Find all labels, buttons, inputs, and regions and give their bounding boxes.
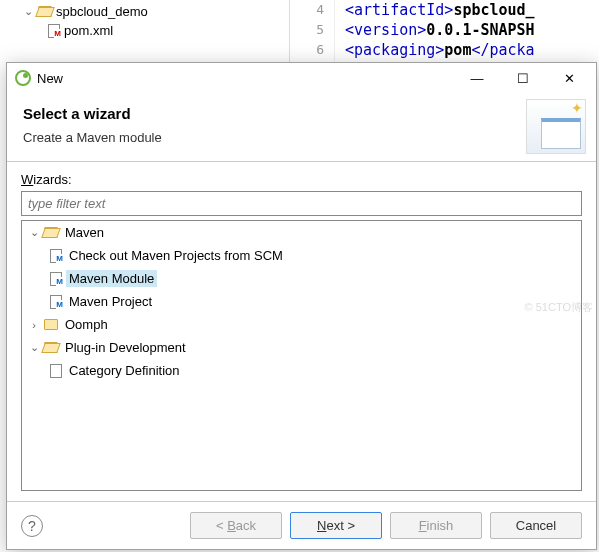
wizard-subheading: Create a Maven module xyxy=(23,130,580,145)
dialog-title: New xyxy=(37,71,63,86)
tree-folder-maven[interactable]: ⌄ Maven xyxy=(22,221,581,244)
folder-open-icon xyxy=(44,227,58,238)
chevron-down-icon: ⌄ xyxy=(28,341,40,354)
help-button[interactable]: ? xyxy=(21,515,43,537)
wizard-tree[interactable]: ⌄ Maven Check out Maven Projects from SC… xyxy=(21,220,582,491)
finish-button[interactable]: Finish xyxy=(390,512,482,539)
filter-text-input[interactable] xyxy=(21,191,582,216)
file-icon xyxy=(50,364,62,378)
tree-item-maven-project[interactable]: Maven Project xyxy=(22,290,581,313)
cancel-button[interactable]: Cancel xyxy=(490,512,582,539)
dialog-footer: ? < Back Next > Finish Cancel xyxy=(7,501,596,549)
code-editor[interactable]: 4 5 6 <artifactId>spbcloud_ <version>0.0… xyxy=(290,0,599,62)
project-name: spbcloud_demo xyxy=(56,4,148,19)
project-root-node[interactable]: ⌄ spbcloud_demo xyxy=(0,2,289,21)
back-button[interactable]: < Back xyxy=(190,512,282,539)
dialog-titlebar[interactable]: New ― ☐ ✕ xyxy=(7,63,596,93)
code-content: <artifactId>spbcloud_ <version>0.0.1-SNA… xyxy=(335,0,535,62)
next-button[interactable]: Next > xyxy=(290,512,382,539)
wizard-banner: Select a wizard Create a Maven module xyxy=(7,93,596,162)
tree-folder-oomph[interactable]: › Oomph xyxy=(22,313,581,336)
folder-open-icon xyxy=(44,342,58,353)
tree-folder-plugin-dev[interactable]: ⌄ Plug-in Development xyxy=(22,336,581,359)
wizard-banner-icon xyxy=(526,99,586,154)
tree-item-category-def[interactable]: Category Definition xyxy=(22,359,581,382)
file-name: pom.xml xyxy=(64,23,113,38)
spring-icon xyxy=(15,70,31,86)
project-file-node[interactable]: pom.xml xyxy=(0,21,289,40)
wizard-heading: Select a wizard xyxy=(23,105,580,122)
tree-item-maven-module[interactable]: Maven Module xyxy=(22,267,581,290)
chevron-right-icon: › xyxy=(28,319,40,331)
xml-file-icon xyxy=(48,24,60,38)
tree-item-checkout-scm[interactable]: Check out Maven Projects from SCM xyxy=(22,244,581,267)
maven-icon xyxy=(50,249,62,263)
wizards-label: Wizards: xyxy=(21,172,582,187)
chevron-down-icon: ⌄ xyxy=(28,226,40,239)
project-explorer[interactable]: ⌄ spbcloud_demo pom.xml xyxy=(0,0,290,62)
maximize-button[interactable]: ☐ xyxy=(500,64,546,92)
minimize-button[interactable]: ― xyxy=(454,64,500,92)
line-gutter: 4 5 6 xyxy=(290,0,335,62)
folder-icon xyxy=(44,319,58,330)
chevron-down-icon: ⌄ xyxy=(22,5,34,18)
close-button[interactable]: ✕ xyxy=(546,64,592,92)
maven-icon xyxy=(50,295,62,309)
folder-open-icon xyxy=(38,6,52,17)
new-wizard-dialog: New ― ☐ ✕ Select a wizard Create a Maven… xyxy=(6,62,597,550)
maven-icon xyxy=(50,272,62,286)
